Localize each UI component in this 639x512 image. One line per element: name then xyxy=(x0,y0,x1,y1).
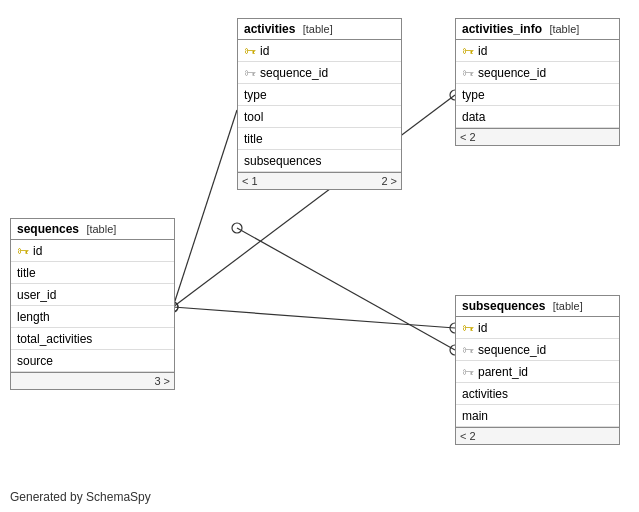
table-row: total_activities xyxy=(11,328,174,350)
table-row: 🗝 id xyxy=(238,40,401,62)
table-row: 🗝 id xyxy=(11,240,174,262)
field-data: data xyxy=(462,110,485,124)
table-row: length xyxy=(11,306,174,328)
field-user-id: user_id xyxy=(17,288,56,302)
subsequences-table: subsequences [table] 🗝 id 🗝 sequence_id … xyxy=(455,295,620,445)
svg-line-0 xyxy=(173,110,237,307)
svg-line-3 xyxy=(173,307,455,328)
activities-info-table-name: activities_info xyxy=(462,22,542,36)
table-row: title xyxy=(238,128,401,150)
footer-text: < 2 xyxy=(460,131,476,143)
footer-text: < 2 xyxy=(460,430,476,442)
sequences-table-footer: 3 > xyxy=(11,372,174,389)
table-row: 🗝 sequence_id xyxy=(456,62,619,84)
field-type: type xyxy=(244,88,267,102)
activities-info-table-header: activities_info [table] xyxy=(456,19,619,40)
field-parent-id: parent_id xyxy=(478,365,528,379)
primary-key-icon: 🗝 xyxy=(17,244,29,258)
field-main: main xyxy=(462,409,488,423)
table-row: source xyxy=(11,350,174,372)
field-id: id xyxy=(478,321,487,335)
table-row: type xyxy=(456,84,619,106)
foreign-key-icon: 🗝 xyxy=(462,343,474,357)
activities-info-table-type: [table] xyxy=(549,23,579,35)
field-sequence-id: sequence_id xyxy=(478,66,546,80)
field-sequence-id: sequence_id xyxy=(478,343,546,357)
table-row: user_id xyxy=(11,284,174,306)
subsequences-table-header: subsequences [table] xyxy=(456,296,619,317)
table-row: main xyxy=(456,405,619,427)
field-subsequences: subsequences xyxy=(244,154,321,168)
table-row: tool xyxy=(238,106,401,128)
activities-table-header: activities [table] xyxy=(238,19,401,40)
foreign-key-icon: 🗝 xyxy=(462,66,474,80)
sequences-table-header: sequences [table] xyxy=(11,219,174,240)
activities-table: activities [table] 🗝 id 🗝 sequence_id ty… xyxy=(237,18,402,190)
activities-info-table: activities_info [table] 🗝 id 🗝 sequence_… xyxy=(455,18,620,146)
table-row: 🗝 sequence_id xyxy=(456,339,619,361)
primary-key-icon: 🗝 xyxy=(462,321,474,335)
field-type: type xyxy=(462,88,485,102)
field-title: title xyxy=(244,132,263,146)
footer-text-right: 2 > xyxy=(381,175,397,187)
table-row: 🗝 id xyxy=(456,40,619,62)
field-sequence-id: sequence_id xyxy=(260,66,328,80)
sequences-table: sequences [table] 🗝 id title user_id len… xyxy=(10,218,175,390)
subsequences-table-name: subsequences xyxy=(462,299,545,313)
primary-key-icon: 🗝 xyxy=(244,44,256,58)
table-row: 🗝 sequence_id xyxy=(238,62,401,84)
field-tool: tool xyxy=(244,110,263,124)
table-row: subsequences xyxy=(238,150,401,172)
diagram-container: activities [table] 🗝 id 🗝 sequence_id ty… xyxy=(0,0,639,490)
subsequences-table-footer: < 2 xyxy=(456,427,619,444)
svg-point-6 xyxy=(232,223,242,233)
table-row: title xyxy=(11,262,174,284)
field-total-activities: total_activities xyxy=(17,332,92,346)
activities-table-type: [table] xyxy=(303,23,333,35)
field-id: id xyxy=(33,244,42,258)
table-row: 🗝 parent_id xyxy=(456,361,619,383)
foreign-key-icon: 🗝 xyxy=(462,365,474,379)
subsequences-table-type: [table] xyxy=(553,300,583,312)
field-id: id xyxy=(260,44,269,58)
foreign-key-icon: 🗝 xyxy=(244,66,256,80)
footer-text: < 1 xyxy=(242,175,258,187)
svg-line-5 xyxy=(237,228,455,350)
activities-info-table-footer: < 2 xyxy=(456,128,619,145)
field-source: source xyxy=(17,354,53,368)
field-id: id xyxy=(478,44,487,58)
sequences-table-type: [table] xyxy=(86,223,116,235)
table-row: 🗝 id xyxy=(456,317,619,339)
sequences-table-name: sequences xyxy=(17,222,79,236)
primary-key-icon: 🗝 xyxy=(462,44,474,58)
activities-table-name: activities xyxy=(244,22,295,36)
footer-text-right: 3 > xyxy=(154,375,170,387)
table-row: activities xyxy=(456,383,619,405)
activities-table-footer: < 1 2 > xyxy=(238,172,401,189)
table-row: type xyxy=(238,84,401,106)
field-title: title xyxy=(17,266,36,280)
generated-by-label: Generated by SchemaSpy xyxy=(10,490,151,504)
table-row: data xyxy=(456,106,619,128)
field-length: length xyxy=(17,310,50,324)
field-activities: activities xyxy=(462,387,508,401)
